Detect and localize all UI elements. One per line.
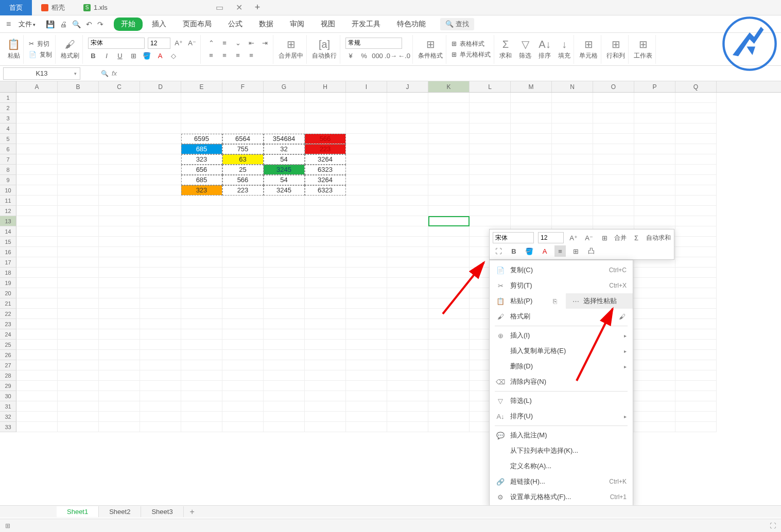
cell-D20[interactable] bbox=[140, 288, 181, 298]
cell-Q32[interactable] bbox=[675, 412, 717, 422]
cell-N5[interactable] bbox=[552, 134, 593, 144]
cell-E26[interactable] bbox=[181, 350, 222, 360]
cell-Q19[interactable] bbox=[675, 278, 717, 288]
mini-merge-label[interactable]: 合并 bbox=[614, 234, 627, 242]
cell-C27[interactable] bbox=[99, 360, 140, 370]
cell-E22[interactable] bbox=[181, 309, 222, 319]
cell-O7[interactable] bbox=[593, 154, 634, 165]
cell-P33[interactable] bbox=[634, 422, 675, 432]
cell-E9[interactable]: 685 bbox=[181, 175, 222, 185]
cell-P7[interactable] bbox=[634, 154, 675, 165]
cell-I5[interactable] bbox=[346, 134, 387, 144]
cell-Q33[interactable] bbox=[675, 422, 717, 432]
cell-E4[interactable] bbox=[181, 123, 222, 134]
cell-I1[interactable] bbox=[346, 93, 387, 103]
cell-Q12[interactable] bbox=[675, 206, 717, 216]
cell-O4[interactable] bbox=[593, 123, 634, 134]
cell-D24[interactable] bbox=[140, 329, 181, 340]
cell-B28[interactable] bbox=[58, 370, 99, 381]
cell-C15[interactable] bbox=[99, 237, 140, 247]
cell-G19[interactable] bbox=[264, 278, 305, 288]
cell-K5[interactable] bbox=[428, 134, 470, 144]
cell-G13[interactable] bbox=[264, 216, 305, 226]
cell-P26[interactable] bbox=[634, 350, 675, 360]
cell-C22[interactable] bbox=[99, 309, 140, 319]
cell-J22[interactable] bbox=[387, 309, 428, 319]
cell-E13[interactable] bbox=[181, 216, 222, 226]
cell-F25[interactable] bbox=[222, 340, 264, 350]
cell-A9[interactable] bbox=[16, 175, 58, 185]
cell-A18[interactable] bbox=[16, 268, 58, 278]
inc-decimal-icon[interactable]: .0→ bbox=[386, 51, 396, 61]
cell-G7[interactable]: 54 bbox=[264, 154, 305, 165]
cell-C13[interactable] bbox=[99, 216, 140, 226]
cell-Q21[interactable] bbox=[675, 298, 717, 309]
cell-E12[interactable] bbox=[181, 206, 222, 216]
mini-bold-icon[interactable]: B bbox=[508, 245, 519, 257]
cell-C2[interactable] bbox=[99, 103, 140, 113]
cell-K23[interactable] bbox=[428, 319, 470, 329]
cell-K29[interactable] bbox=[428, 381, 470, 391]
cell-D28[interactable] bbox=[140, 370, 181, 381]
cell-M2[interactable] bbox=[511, 103, 552, 113]
cell-D8[interactable] bbox=[140, 165, 181, 175]
cell-J21[interactable] bbox=[387, 298, 428, 309]
cell-C30[interactable] bbox=[99, 391, 140, 401]
row-header-2[interactable]: 2 bbox=[0, 103, 16, 113]
cell-F17[interactable] bbox=[222, 257, 264, 268]
cell-F11[interactable] bbox=[222, 196, 264, 206]
cell-G12[interactable] bbox=[264, 206, 305, 216]
cell-E11[interactable] bbox=[181, 196, 222, 206]
cell-J32[interactable] bbox=[387, 412, 428, 422]
cell-P6[interactable] bbox=[634, 144, 675, 154]
cell-M12[interactable] bbox=[511, 206, 552, 216]
cell-F2[interactable] bbox=[222, 103, 264, 113]
cell-F5[interactable]: 6564 bbox=[222, 134, 264, 144]
col-header-Q[interactable]: Q bbox=[675, 81, 717, 92]
cell-G17[interactable] bbox=[264, 257, 305, 268]
mini-fill-icon[interactable]: 🪣 bbox=[524, 245, 535, 257]
cell-E17[interactable] bbox=[181, 257, 222, 268]
mini-autosum-label[interactable]: 自动求和 bbox=[646, 234, 671, 242]
cell-K9[interactable] bbox=[428, 175, 470, 185]
cell-C28[interactable] bbox=[99, 370, 140, 381]
cell-K11[interactable] bbox=[428, 196, 470, 206]
col-header-N[interactable]: N bbox=[552, 81, 593, 92]
cell-J20[interactable] bbox=[387, 288, 428, 298]
cell-H31[interactable] bbox=[305, 401, 346, 412]
cell-B19[interactable] bbox=[58, 278, 99, 288]
cell-I19[interactable] bbox=[346, 278, 387, 288]
cell-F3[interactable] bbox=[222, 113, 264, 123]
cell-H17[interactable] bbox=[305, 257, 346, 268]
cell-B25[interactable] bbox=[58, 340, 99, 350]
cm-paste-special[interactable]: ⋯选择性粘贴 bbox=[566, 293, 633, 309]
cell-O8[interactable] bbox=[593, 165, 634, 175]
cell-N7[interactable] bbox=[552, 154, 593, 165]
mini-size-select[interactable] bbox=[538, 232, 564, 243]
cell-E28[interactable] bbox=[181, 370, 222, 381]
cell-I17[interactable] bbox=[346, 257, 387, 268]
cell-E10[interactable]: 323 bbox=[181, 185, 222, 196]
cell-Q25[interactable] bbox=[675, 340, 717, 350]
tab-insert[interactable]: 插入 bbox=[145, 17, 173, 31]
cell-C16[interactable] bbox=[99, 247, 140, 257]
cm-dropdown[interactable]: 从下拉列表中选择(K)... bbox=[490, 443, 633, 458]
cell-G2[interactable] bbox=[264, 103, 305, 113]
cell-G22[interactable] bbox=[264, 309, 305, 319]
cell-I30[interactable] bbox=[346, 391, 387, 401]
cell-P10[interactable] bbox=[634, 185, 675, 196]
cell-F21[interactable] bbox=[222, 298, 264, 309]
cell-G21[interactable] bbox=[264, 298, 305, 309]
cell-H5[interactable]: 566 bbox=[305, 134, 346, 144]
font-size-select[interactable] bbox=[148, 38, 170, 49]
italic-icon[interactable]: I bbox=[101, 51, 112, 61]
cell-A22[interactable] bbox=[16, 309, 58, 319]
cell-A5[interactable] bbox=[16, 134, 58, 144]
cell-A16[interactable] bbox=[16, 247, 58, 257]
cell-D3[interactable] bbox=[140, 113, 181, 123]
cell-E33[interactable] bbox=[181, 422, 222, 432]
cell-J31[interactable] bbox=[387, 401, 428, 412]
cell-P1[interactable] bbox=[634, 93, 675, 103]
cell-Q1[interactable] bbox=[675, 93, 717, 103]
cell-E31[interactable] bbox=[181, 401, 222, 412]
